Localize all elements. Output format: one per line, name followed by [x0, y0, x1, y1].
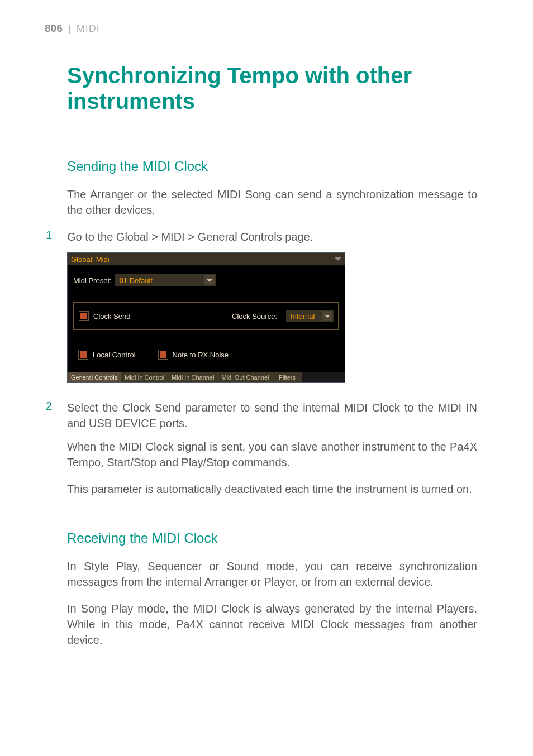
tab-midi-in-channel[interactable]: Midi In Channel: [168, 372, 218, 382]
tab-midi-in-control[interactable]: Midi In Control: [121, 372, 168, 382]
checkbox-icon: [158, 350, 168, 360]
panel-titlebar: Global: Midi: [68, 253, 345, 265]
controls-row: Local Control Note to RX Noise: [73, 342, 339, 367]
step-1-text-post: page.: [282, 231, 313, 243]
section1-para2: When the MIDI Clock signal is sent, you …: [67, 439, 477, 470]
clock-source-label: Clock Source:: [232, 312, 277, 320]
tab-filters[interactable]: Filters: [273, 372, 302, 382]
header-divider: |: [68, 22, 71, 35]
step-2-body: Select the Clock Send parameter to send …: [67, 400, 477, 431]
s2-post: ports.: [156, 417, 188, 429]
clock-row: Clock Send Clock Source: Internal: [73, 302, 339, 330]
step-2: 2 Select the Clock Send parameter to sen…: [67, 400, 477, 431]
s2-g3: USB DEVICE: [89, 417, 156, 429]
section1-heading: Sending the MIDI Clock: [67, 159, 477, 174]
s2-m2: and: [67, 417, 89, 429]
midi-preset-value: 01 Default: [120, 276, 153, 285]
panel-title: Global: Midi: [71, 255, 110, 264]
page-header: 806 | MIDI: [45, 22, 488, 35]
s2-g2: MIDI IN: [438, 401, 477, 414]
s2-m1: parameter to send the internal MIDI Cloc…: [181, 401, 438, 414]
clock-send-label: Clock Send: [93, 312, 130, 320]
step-1: 1 Go to the Global > MIDI > General Cont…: [67, 229, 477, 245]
panel-tabs: General Controls Midi In Control Midi In…: [68, 372, 345, 382]
section1-intro: The Arranger or the selected MIDI Song c…: [67, 186, 477, 218]
step-2-number: 2: [46, 400, 55, 431]
step-1-number: 1: [46, 229, 55, 245]
section1-para3: This parameter is automatically deactiva…: [67, 481, 477, 497]
note-rx-label: Note to RX Noise: [173, 351, 229, 359]
tab-general-controls[interactable]: General Controls: [68, 372, 121, 382]
midi-settings-panel: Global: Midi Midi Preset: 01 Default Clo…: [67, 252, 345, 383]
section2-heading: Receiving the MIDI Clock: [67, 530, 477, 546]
page-root: 806 | MIDI Synchronizing Tempo with othe…: [0, 0, 533, 681]
step-1-text-gray: Global > MIDI > General Controls: [116, 231, 282, 243]
section2-para1: In Style Play, Sequencer or Sound mode, …: [67, 558, 477, 590]
note-rx-checkbox[interactable]: Note to RX Noise: [158, 350, 229, 360]
panel-body: Midi Preset: 01 Default Clock Send Clock…: [68, 265, 345, 367]
midi-preset-select[interactable]: 01 Default: [115, 274, 216, 286]
section2-para2: In Song Play mode, the MIDI Clock is alw…: [67, 601, 477, 648]
tab-midi-out-channel[interactable]: Midi Out Channel: [218, 372, 273, 382]
dropdown-icon: [204, 275, 215, 285]
local-control-checkbox[interactable]: Local Control: [78, 350, 136, 360]
clock-source-select[interactable]: Internal: [286, 310, 334, 322]
midi-preset-row: Midi Preset: 01 Default: [73, 274, 339, 286]
content: Sending the MIDI Clock The Arranger or t…: [67, 159, 477, 648]
checkbox-icon: [78, 350, 88, 360]
s2-pre: Select the: [67, 401, 122, 414]
header-section: MIDI: [77, 23, 100, 35]
step-1-body: Go to the Global > MIDI > General Contro…: [67, 229, 313, 245]
page-title: Synchronizing Tempo with other instrumen…: [67, 63, 466, 114]
local-control-label: Local Control: [93, 351, 136, 359]
clock-send-checkbox[interactable]: Clock Send: [79, 311, 130, 321]
page-number: 806: [45, 22, 63, 35]
step-1-text-pre: Go to the: [67, 231, 116, 243]
clock-source-value: Internal: [291, 312, 315, 320]
dropdown-icon: [322, 311, 332, 321]
midi-preset-label: Midi Preset:: [73, 276, 112, 285]
s2-g1: Clock Send: [122, 401, 181, 414]
checkbox-icon: [79, 311, 89, 321]
panel-menu-icon[interactable]: [335, 257, 341, 261]
